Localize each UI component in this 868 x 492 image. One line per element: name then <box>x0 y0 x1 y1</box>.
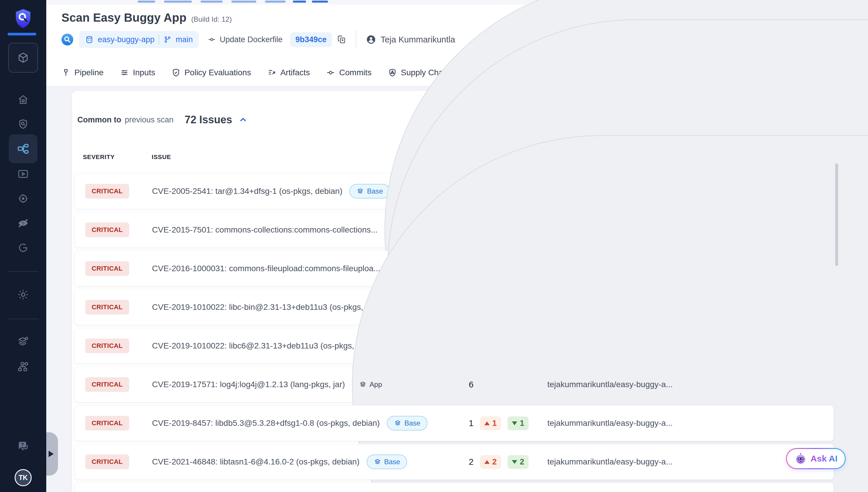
table-row[interactable]: CRITICAL CVE-2019-8457: libdb5.3@5.3.28+… <box>74 405 834 441</box>
table-row[interactable]: CRITICAL Base <box>74 483 834 492</box>
sidebar-item-product-switcher[interactable] <box>8 43 38 73</box>
severity-badge: CRITICAL <box>85 261 129 276</box>
ask-ai-button[interactable]: Ask AI <box>786 448 846 469</box>
tab-inputs[interactable]: Inputs <box>120 59 155 86</box>
table-row[interactable]: CRITICAL CVE-2021-46848: libtasn1-6@4.16… <box>74 444 834 480</box>
issue-text: CVE-2016-1000031: commons-fileupload:com… <box>152 264 380 273</box>
target-icon <box>17 193 29 204</box>
branch-link[interactable]: main <box>176 35 193 44</box>
repo-branch-pill: easy-buggy-app main <box>79 31 199 48</box>
tab-artifacts[interactable]: Artifacts <box>267 59 310 86</box>
breadcrumb-clipped <box>201 1 223 3</box>
network-settings-icon <box>17 361 29 373</box>
scope-label: Base <box>384 458 400 466</box>
occurrences-count: 2 <box>458 457 474 467</box>
occurrences-decrease: 2 <box>507 455 528 469</box>
author-name: Teja Kummarikuntla <box>380 35 455 45</box>
triangle-down-icon <box>512 460 517 464</box>
occurrences-count: 1 <box>458 418 474 428</box>
collapse-chevron-icon[interactable] <box>239 115 247 124</box>
table-scrollbar[interactable] <box>835 164 838 266</box>
triangle-up-icon <box>485 421 490 425</box>
logo-underline <box>8 33 36 35</box>
sidebar-item-support[interactable]: ? <box>9 432 38 461</box>
scope-pill-base: Base <box>349 184 390 199</box>
branch-icon <box>164 35 172 44</box>
occurrences-cell: 6 <box>458 367 474 402</box>
author-group: Teja Kummarikuntla <box>366 34 455 45</box>
breadcrumb-clipped <box>312 1 328 3</box>
common-to-label: Common to <box>77 115 121 124</box>
severity-badge: CRITICAL <box>85 339 129 353</box>
repo-link[interactable]: easy-buggy-app <box>98 35 155 44</box>
repo-icon <box>85 35 94 44</box>
triangle-down-icon <box>512 421 517 425</box>
svg-text:?: ? <box>21 442 24 447</box>
issue-cell: CVE-2021-46848: libtasn1-6@4.16.0-2 (os-… <box>152 444 407 479</box>
user-icon <box>366 34 376 45</box>
issue-cell: CVE-2005-2541: tar@1.34+dfsg-1 (os-pkgs,… <box>152 174 390 209</box>
help-chat-icon: ? <box>17 440 30 453</box>
gear-icon <box>17 289 29 301</box>
occurrences-cell: 1 1 1 <box>458 405 528 441</box>
scope-label: Base <box>367 187 383 195</box>
tab-policy-evaluations[interactable]: Policy Evaluations <box>172 59 251 86</box>
artifacts-icon <box>267 68 276 77</box>
ai-robot-icon <box>794 452 807 465</box>
layers-icon <box>359 381 367 388</box>
target-text: tejakummarikuntla/easy-buggy-a... <box>547 367 673 402</box>
severity-badge: CRITICAL <box>85 416 129 430</box>
pipeline-icon <box>61 68 70 77</box>
tab-label: Artifacts <box>280 68 310 77</box>
occurrences-decrease: 1 <box>507 416 528 430</box>
issue-text: CVE-2019-17571: log4j:log4j@1.2.13 (lang… <box>152 380 345 389</box>
copy-icon[interactable] <box>337 35 346 44</box>
issue-text: CVE-2005-2541: tar@1.34+dfsg-1 (os-pkgs,… <box>152 187 342 196</box>
sidebar-item-integration-settings[interactable] <box>9 352 38 381</box>
layers-icon <box>394 419 401 427</box>
shield-check-icon <box>172 68 180 77</box>
sidebar-expand-handle[interactable] <box>46 432 58 475</box>
sidebar-item-layer-settings[interactable] <box>9 327 38 356</box>
sidebar-item-pipelines[interactable] <box>9 134 38 163</box>
sidebar-divider <box>8 319 39 319</box>
commits-icon <box>326 68 335 77</box>
sidebar-item-sessions[interactable] <box>9 233 38 262</box>
issue-text: CVE-2021-46848: libtasn1-6@4.16.0-2 (os-… <box>152 457 359 467</box>
tab-label: Policy Evaluations <box>184 68 251 77</box>
play-screen-icon <box>17 168 29 180</box>
breadcrumb-clipped <box>293 1 306 3</box>
scope-pill-base: Base <box>387 416 427 430</box>
severity-badge: CRITICAL <box>85 300 129 315</box>
page-title: Scan Easy Buggy App(Build Id: 12) <box>61 11 232 24</box>
layers-icon <box>374 458 381 466</box>
pill-divider <box>159 34 159 45</box>
scan-title-text: Scan Easy Buggy App <box>61 11 187 24</box>
app-root: Scan Easy Buggy App(Build Id: 12) <box>0 0 868 492</box>
breadcrumb-clipped <box>265 1 286 3</box>
power-icon <box>17 242 29 254</box>
commit-hash-badge[interactable]: 9b349ce <box>290 32 332 47</box>
home-icon <box>17 94 29 105</box>
sidebar-item-settings[interactable] <box>9 280 38 309</box>
issues-count: 72 Issues <box>185 114 232 126</box>
column-header-severity: SEVERITY <box>83 153 115 161</box>
app-logo-shield-icon[interactable] <box>14 8 33 29</box>
shield-search-icon <box>17 118 29 130</box>
issue-cell: CVE-2019-17571: log4j:log4j@1.2.13 (lang… <box>152 367 868 402</box>
build-id-label: (Build Id: 12) <box>191 15 232 23</box>
issue-text: CVE-2015-7501: commons-collections:commo… <box>152 225 377 235</box>
tab-label: Inputs <box>133 68 155 77</box>
triangle-up-icon <box>485 460 490 464</box>
tab-pipeline[interactable]: Pipeline <box>61 59 104 86</box>
previous-scan-label: previous scan <box>125 115 174 124</box>
occurrences-increase: 1 <box>480 416 501 430</box>
severity-badge: CRITICAL <box>85 454 129 469</box>
inputs-icon <box>120 68 129 77</box>
eye-off-icon <box>17 217 29 229</box>
scan-meta-row: easy-buggy-app main Update Dockerfile <box>61 29 455 50</box>
user-avatar[interactable]: TK <box>15 469 32 486</box>
tab-commits[interactable]: Commits <box>326 59 371 86</box>
target-text: tejakummarikuntla/easy-buggy-a... <box>547 444 673 479</box>
table-row[interactable]: CRITICAL CVE-2019-17571: log4j:log4j@1.2… <box>74 367 834 402</box>
